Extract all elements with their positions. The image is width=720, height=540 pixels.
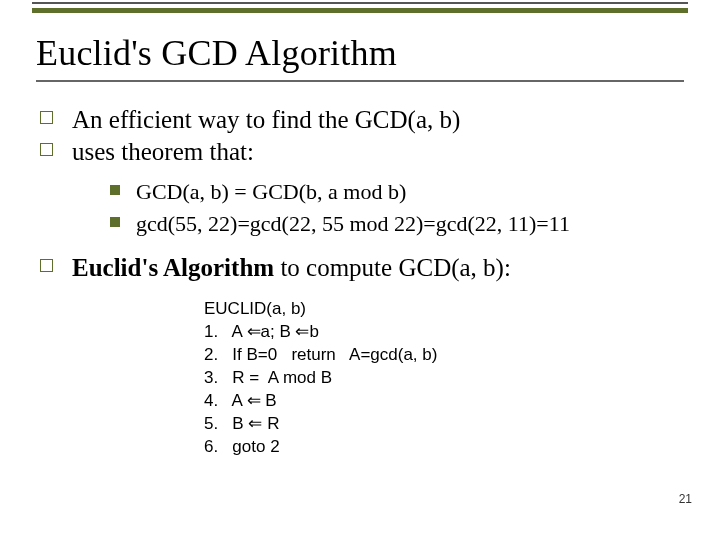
slide-body: Euclid's GCD Algorithm An efficient way … bbox=[0, 14, 720, 459]
square-outline-icon bbox=[40, 259, 53, 272]
pseudocode-block: EUCLID(a, b) 1. A ⇐a; B ⇐b 2. If B=0 ret… bbox=[204, 298, 684, 459]
sub-bullet-item-1: GCD(a, b) = GCD(b, a mod b) bbox=[108, 178, 684, 206]
pseudo-step-1: 1. A ⇐a; B ⇐b bbox=[204, 321, 684, 344]
slide-title: Euclid's GCD Algorithm bbox=[36, 32, 684, 74]
title-underline bbox=[36, 80, 684, 82]
page-number: 21 bbox=[679, 492, 692, 506]
bullet-bold-text: Euclid's Algorithm bbox=[72, 254, 274, 281]
sub-bullet-text: GCD(a, b) = GCD(b, a mod b) bbox=[136, 179, 406, 204]
bullet-item-3: Euclid's Algorithm to compute GCD(a, b): bbox=[36, 252, 684, 284]
header-thin-line bbox=[32, 2, 688, 4]
bullet-list: An efficient way to find the GCD(a, b) u… bbox=[36, 104, 684, 284]
square-outline-icon bbox=[40, 111, 53, 124]
pseudo-header: EUCLID(a, b) bbox=[204, 298, 684, 321]
bullet-item-2: uses theorem that: GCD(a, b) = GCD(b, a … bbox=[36, 136, 684, 238]
header-rule bbox=[0, 0, 720, 14]
pseudo-step-5: 5. B ⇐ R bbox=[204, 413, 684, 436]
bullet-text: An efficient way to find the GCD(a, b) bbox=[72, 106, 460, 133]
sub-bullet-text: gcd(55, 22)=gcd(22, 55 mod 22)=gcd(22, 1… bbox=[136, 211, 570, 236]
pseudo-step-2: 2. If B=0 return A=gcd(a, b) bbox=[204, 344, 684, 367]
pseudo-step-6: 6. goto 2 bbox=[204, 436, 684, 459]
bullet-text: uses theorem that: bbox=[72, 138, 254, 165]
square-filled-icon bbox=[110, 217, 120, 227]
pseudo-step-3: 3. R = A mod B bbox=[204, 367, 684, 390]
bullet-text: to compute GCD(a, b): bbox=[274, 254, 511, 281]
square-filled-icon bbox=[110, 185, 120, 195]
pseudo-step-4: 4. A ⇐ B bbox=[204, 390, 684, 413]
header-thick-line bbox=[32, 8, 688, 13]
bullet-item-1: An efficient way to find the GCD(a, b) bbox=[36, 104, 684, 136]
square-outline-icon bbox=[40, 143, 53, 156]
sub-bullet-list: GCD(a, b) = GCD(b, a mod b) gcd(55, 22)=… bbox=[108, 178, 684, 238]
sub-bullet-item-2: gcd(55, 22)=gcd(22, 55 mod 22)=gcd(22, 1… bbox=[108, 210, 684, 238]
